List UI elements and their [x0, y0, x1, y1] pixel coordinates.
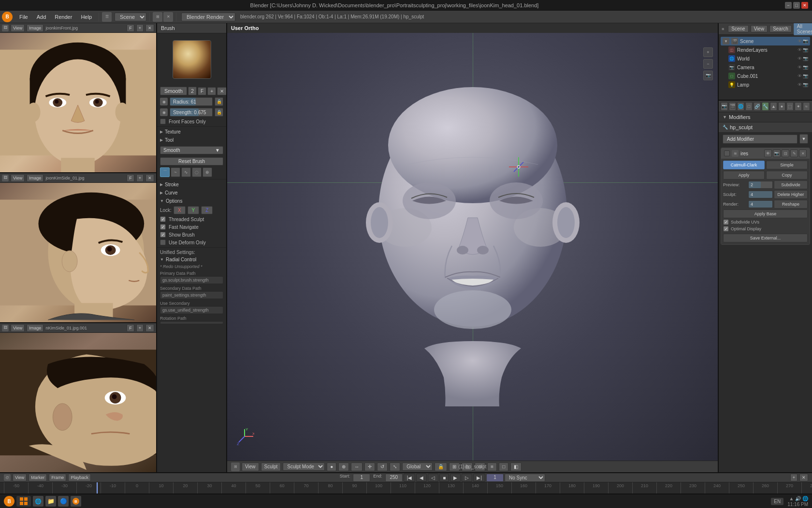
jump-end-btn[interactable]: ▶|	[473, 474, 485, 482]
prev-key-btn[interactable]: ◁	[428, 474, 438, 482]
radial-control-header[interactable]: Radial Control	[157, 256, 226, 263]
profile-pane-image-btn[interactable]: Image	[27, 324, 44, 332]
brush-plus-button[interactable]: +	[207, 87, 216, 95]
props-scene-btn[interactable]: 🎬	[729, 102, 736, 111]
stroke-icon-5[interactable]: ⊕	[203, 167, 212, 177]
profile-pane-close-btn[interactable]: ✕	[145, 324, 154, 332]
timeline-frame-btn[interactable]: Frame	[49, 474, 66, 481]
vp-icon5[interactable]: □	[499, 463, 508, 471]
timeline-marker-btn[interactable]: Marker	[29, 474, 47, 481]
timeline-playback-btn[interactable]: Playback	[68, 474, 91, 481]
props-constraints-btn[interactable]: 🔗	[754, 102, 761, 111]
cam-render[interactable]: 📷	[803, 65, 808, 70]
stroke-icon-4[interactable]: ◌	[192, 167, 202, 177]
vp-view-btn[interactable]: View	[242, 463, 259, 471]
multires-toggle[interactable]	[724, 150, 730, 156]
radius-lock-btn[interactable]: 🔒	[215, 97, 223, 106]
cube-render[interactable]: 📷	[803, 74, 808, 78]
play-reverse-btn[interactable]: ◀	[416, 474, 427, 482]
sculpt-value[interactable]: 4	[748, 191, 773, 198]
optimal-display-checkbox[interactable]	[723, 226, 729, 232]
stroke-icon-3[interactable]: ∿	[181, 167, 191, 177]
props-data-btn[interactable]: ▲	[770, 102, 777, 111]
outliner-all-scenes-btn[interactable]: All Scenes	[794, 23, 812, 35]
cube-vis[interactable]: 👁	[798, 74, 802, 78]
tree-item-lamp[interactable]: 💡 Lamp 👁 📷	[721, 80, 810, 89]
profile-pane-add-btn[interactable]: +	[136, 324, 144, 332]
render-value[interactable]: 4	[748, 200, 773, 208]
zoom-out-widget[interactable]: −	[703, 59, 713, 69]
tree-item-renderlayers[interactable]: ◫ RenderLayers 👁 📷	[721, 45, 810, 54]
w-vis[interactable]: 👁	[798, 56, 802, 61]
zoom-in-widget[interactable]: +	[703, 47, 713, 57]
vp-sculpt-btn[interactable]: Sculpt	[261, 463, 281, 471]
tree-item-cube001[interactable]: □ Cube.001 👁 📷	[721, 72, 810, 80]
reset-brush-button[interactable]: Reset Brush	[160, 157, 223, 165]
props-render-btn[interactable]: 📷	[721, 102, 728, 111]
side-pane-view-btn[interactable]: View	[11, 174, 25, 182]
sync-select[interactable]: No Sync Frame Drop AV Sync	[505, 474, 545, 482]
delete-higher-button[interactable]: Delete Higher	[774, 190, 808, 199]
vp-scale-btn[interactable]: ⤡	[390, 463, 400, 471]
curve-section-header[interactable]: Curve	[157, 189, 226, 197]
brush-num-button[interactable]: 2	[188, 87, 197, 95]
props-texture-btn[interactable]: ⬚	[786, 102, 794, 111]
secondary-data-path-field[interactable]: paint_settings.strength	[160, 291, 223, 299]
timeline-plus-btn[interactable]: +	[790, 474, 798, 481]
apply-button[interactable]: Apply	[723, 171, 765, 179]
stroke-icon-1[interactable]: ⌒	[160, 167, 170, 177]
subdivide-button[interactable]: Subdivide	[774, 180, 808, 189]
tree-item-world[interactable]: 🌐 World 👁 📷	[721, 54, 810, 63]
next-key-btn[interactable]: ▷	[462, 474, 472, 482]
outliner-scene-btn[interactable]: Scene	[728, 25, 748, 32]
lamp-render[interactable]: 📷	[803, 82, 808, 87]
apply-base-button[interactable]: Apply Base	[723, 209, 808, 218]
tree-item-scene[interactable]: ▼ 🎬 Scene 👁 📷	[721, 37, 810, 45]
minimize-button[interactable]: −	[785, 2, 792, 9]
pane-view-btn[interactable]: View	[11, 24, 25, 32]
close-icon-2[interactable]: ✕	[163, 12, 173, 22]
props-world-btn[interactable]: 🌐	[737, 102, 744, 111]
simple-btn[interactable]: Simple	[766, 161, 808, 169]
multires-edit-icon[interactable]: ✎	[790, 149, 798, 157]
profile-pane-view-btn[interactable]: View	[11, 324, 25, 332]
options-section-header[interactable]: Options	[157, 197, 226, 205]
threaded-sculpt-checkbox[interactable]	[160, 216, 166, 222]
taskbar-blender-btn[interactable]: B	[71, 496, 81, 507]
jump-start-btn[interactable]: |◀	[404, 474, 416, 482]
add-modifier-button[interactable]: Add Modifier	[723, 134, 798, 144]
pane-image-btn[interactable]: Image	[27, 24, 44, 32]
subdivide-uvs-checkbox[interactable]	[723, 219, 729, 225]
taskbar-ie-btn[interactable]: 🌐	[33, 496, 44, 507]
pane-add-btn[interactable]: +	[136, 24, 144, 32]
outliner-search-btn[interactable]: Search	[769, 25, 792, 32]
taskbar-folder-btn[interactable]: 📁	[45, 496, 56, 507]
show-brush-checkbox[interactable]	[160, 232, 166, 238]
lamp-vis[interactable]: 👁	[798, 82, 802, 87]
vp-sculpt-extras[interactable]: ≡	[487, 463, 497, 471]
profile-pane-f-btn[interactable]: F	[127, 324, 134, 332]
fast-navigate-checkbox[interactable]	[160, 224, 166, 230]
rotation-path-field[interactable]	[160, 321, 223, 324]
side-pane-close-btn[interactable]: ✕	[145, 174, 154, 182]
primary-data-path-field[interactable]: gs.sculpt.brush.strength	[160, 276, 223, 284]
tree-item-camera[interactable]: 📷 Camera 👁 📷	[721, 63, 810, 72]
multires-cage-icon[interactable]: ⊡	[782, 149, 789, 157]
brush-close-button[interactable]: ✕	[217, 87, 227, 95]
props-object-btn[interactable]: □	[745, 102, 753, 111]
props-particles-btn[interactable]: ✦	[795, 102, 802, 111]
stop-btn[interactable]: ■	[439, 474, 449, 482]
render-engine-selector[interactable]: Blender Render Cycles	[181, 13, 235, 21]
en-indicator[interactable]: EN	[771, 498, 783, 505]
menu-file[interactable]: File	[15, 13, 32, 21]
brush-f-button[interactable]: F	[198, 87, 206, 95]
multires-view-icon[interactable]: 👁	[764, 149, 772, 157]
scene-render-icon[interactable]: 📷	[803, 39, 808, 44]
stroke-section-header[interactable]: Stroke	[157, 180, 226, 189]
use-secondary-path-field[interactable]: gs.use_unified_strength	[160, 306, 223, 314]
vp-rotate-btn[interactable]: ↺	[377, 463, 388, 471]
camera-widget[interactable]: 📷	[703, 71, 713, 80]
maximize-button[interactable]: □	[793, 2, 800, 9]
vp-move-btn[interactable]: ✛	[364, 463, 375, 471]
copy-button[interactable]: Copy	[766, 171, 808, 179]
